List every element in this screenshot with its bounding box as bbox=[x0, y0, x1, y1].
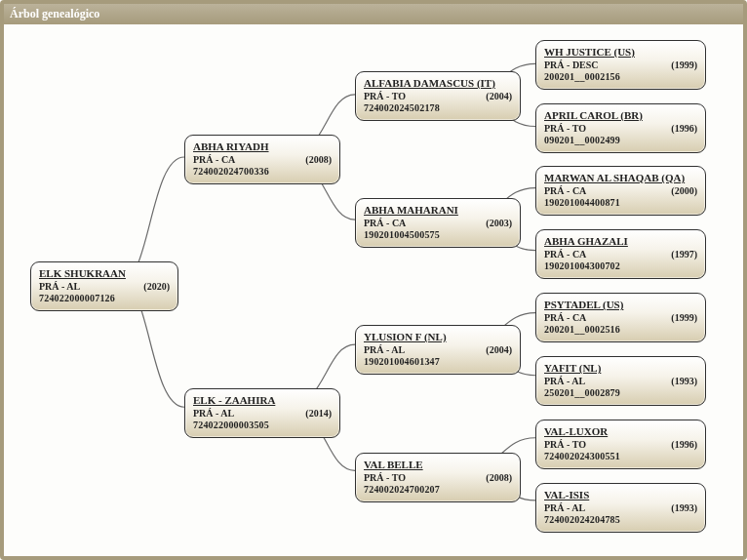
node-ds[interactable]: YLUSION F (NL) PRÁ - AL(2004) 1902010046… bbox=[355, 325, 521, 375]
node-dss[interactable]: PSYTADEL (US) PRÁ - CA(1999) 200201__000… bbox=[535, 293, 706, 342]
pedigree-panel: Árbol genealógico ELK SHUKRAA bbox=[0, 0, 747, 560]
node-ddd[interactable]: VAL-ISIS PRÁ - AL(1993) 724002024204785 bbox=[535, 483, 706, 533]
node-ss[interactable]: ALFABIA DAMASCUS (IT) PRÁ - TO(2004) 724… bbox=[355, 71, 521, 121]
node-sire[interactable]: ABHA RIYADH PRÁ - CA(2008) 7240020247003… bbox=[184, 135, 340, 184]
node-root[interactable]: ELK SHUKRAAN PRÁ - AL(2020) 724022000007… bbox=[30, 261, 178, 311]
node-sdd[interactable]: ABHA GHAZALI PRÁ - CA(1997) 190201004300… bbox=[535, 229, 706, 279]
node-sss[interactable]: WH JUSTICE (US) PRÁ - DESC(1999) 200201_… bbox=[535, 40, 706, 90]
node-dam[interactable]: ELK - ZAAHIRA PRÁ - AL(2014) 72402200000… bbox=[184, 388, 340, 438]
pedigree-stage: ELK SHUKRAAN PRÁ - AL(2020) 724022000007… bbox=[4, 25, 743, 556]
node-dd[interactable]: VAL BELLE PRÁ - TO(2008) 724002024700207 bbox=[355, 453, 521, 502]
node-sd[interactable]: ABHA MAHARANI PRÁ - CA(2003) 19020100450… bbox=[355, 198, 521, 248]
node-dsd[interactable]: YAFIT (NL) PRÁ - AL(1993) 250201__000287… bbox=[535, 356, 706, 406]
panel-title: Árbol genealógico bbox=[4, 4, 743, 24]
node-dds[interactable]: VAL-LUXOR PRÁ - TO(1996) 724002024300551 bbox=[535, 420, 706, 469]
horse-name: ELK SHUKRAAN bbox=[39, 267, 170, 279]
node-sds[interactable]: MARWAN AL SHAQAB (QA) PRÁ - CA(2000) 190… bbox=[535, 166, 706, 216]
node-ssd[interactable]: APRIL CAROL (BR) PRÁ - TO(1996) 090201__… bbox=[535, 103, 706, 153]
